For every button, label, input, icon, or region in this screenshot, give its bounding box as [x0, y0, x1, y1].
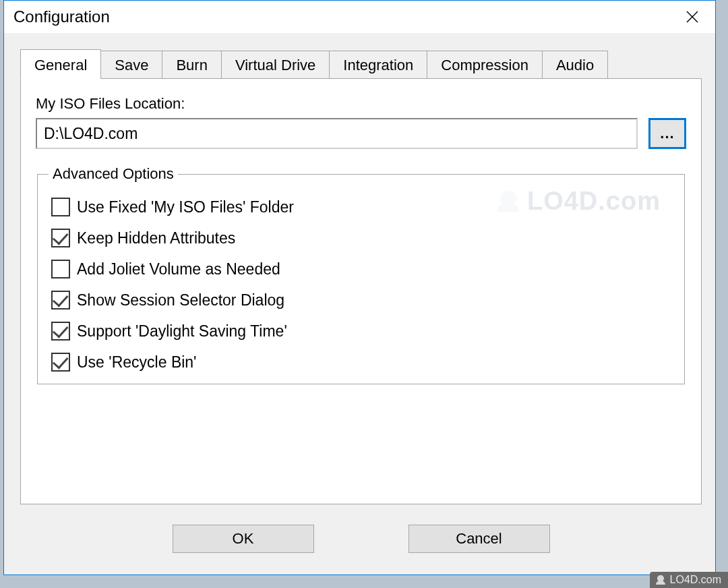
browse-button[interactable]: ... [648, 118, 686, 149]
site-watermark-icon [655, 575, 666, 585]
ok-button[interactable]: OK [173, 525, 314, 553]
configuration-dialog: Configuration General Save Burn Virtual … [3, 0, 716, 575]
tab-general[interactable]: General [20, 49, 101, 79]
label-use-recycle[interactable]: Use 'Recycle Bin' [77, 353, 197, 372]
tab-integration[interactable]: Integration [329, 51, 427, 78]
label-use-fixed-folder[interactable]: Use Fixed 'My ISO Files' Folder [77, 198, 294, 216]
checkbox-support-dst[interactable] [51, 322, 70, 341]
window-title: Configuration [13, 7, 110, 26]
iso-location-input[interactable] [36, 118, 638, 149]
iso-location-row: ... [36, 118, 686, 149]
option-use-fixed-folder: Use Fixed 'My ISO Files' Folder [51, 198, 671, 216]
site-watermark: LO4D.com [650, 572, 728, 588]
titlebar: Configuration [4, 1, 715, 33]
advanced-options-legend: Advanced Options [49, 165, 178, 183]
cancel-button[interactable]: Cancel [408, 525, 550, 553]
close-icon [686, 10, 699, 24]
tab-panel-general: LO4D.com My ISO Files Location: ... Adva… [20, 78, 702, 504]
option-use-recycle: Use 'Recycle Bin' [51, 353, 671, 372]
checkbox-use-fixed-folder[interactable] [51, 198, 70, 216]
advanced-options-group: Advanced Options Use Fixed 'My ISO Files… [37, 165, 685, 384]
checkbox-keep-hidden[interactable] [51, 229, 70, 247]
dialog-buttons: OK Cancel [20, 525, 702, 553]
option-support-dst: Support 'Daylight Saving Time' [51, 322, 671, 341]
checkbox-show-session[interactable] [51, 291, 70, 310]
checkbox-use-recycle[interactable] [51, 353, 70, 372]
site-watermark-text: LO4D.com [670, 574, 721, 585]
close-button[interactable] [676, 3, 708, 30]
tab-audio[interactable]: Audio [542, 51, 608, 78]
checkbox-add-joliet[interactable] [51, 260, 70, 278]
tab-burn[interactable]: Burn [162, 51, 221, 78]
label-support-dst[interactable]: Support 'Daylight Saving Time' [77, 322, 287, 341]
tab-virtual-drive[interactable]: Virtual Drive [221, 51, 330, 78]
option-show-session: Show Session Selector Dialog [51, 291, 671, 310]
label-add-joliet[interactable]: Add Joliet Volume as Needed [77, 260, 280, 278]
option-add-joliet: Add Joliet Volume as Needed [51, 260, 671, 278]
tab-save[interactable]: Save [100, 51, 162, 78]
client-area: General Save Burn Virtual Drive Integrat… [4, 33, 715, 575]
label-keep-hidden[interactable]: Keep Hidden Attributes [77, 229, 235, 247]
option-keep-hidden: Keep Hidden Attributes [51, 229, 671, 247]
iso-location-label: My ISO Files Location: [36, 95, 686, 113]
label-show-session[interactable]: Show Session Selector Dialog [77, 291, 284, 310]
tab-compression[interactable]: Compression [427, 51, 543, 78]
tab-strip: General Save Burn Virtual Drive Integrat… [20, 48, 702, 78]
